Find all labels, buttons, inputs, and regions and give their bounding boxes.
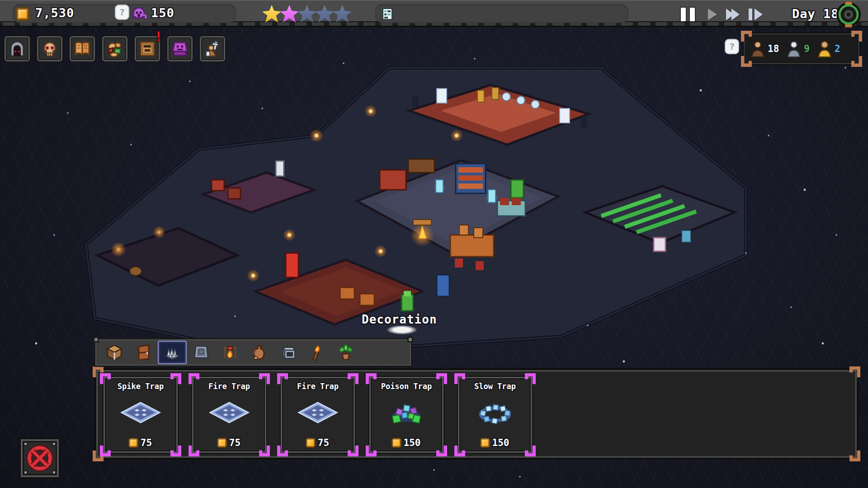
corner-bracket (851, 56, 862, 67)
corner-rivet (52, 470, 56, 474)
toolbar-button-book[interactable] (70, 36, 95, 61)
supplies-icon (106, 40, 124, 58)
poison-crystals-icon (386, 400, 427, 426)
main-toolbar: ! (5, 36, 232, 61)
gold-coin-icon (392, 439, 401, 447)
toolbar-button-notice-sign[interactable]: ! (135, 36, 160, 61)
jug-icon (250, 344, 268, 361)
toolbar-button-supplies[interactable] (102, 36, 127, 61)
card-cost: 75 (318, 437, 329, 448)
corner-rivet (93, 337, 99, 343)
tab-campfire[interactable] (216, 341, 245, 364)
gold-coin-icon (218, 439, 226, 447)
corner-bracket (851, 31, 862, 42)
gold-coin-icon (17, 9, 28, 19)
cancel-x-icon (26, 445, 53, 472)
build-card-slow-trap[interactable]: Slow Trap 150 (457, 376, 533, 454)
altar-icon (171, 40, 189, 58)
cancel-build-button[interactable] (21, 439, 59, 477)
tab-spike-trap[interactable] (158, 341, 187, 364)
crate-icon (106, 344, 123, 361)
corner-rivet (24, 442, 28, 446)
toolbar-button-skull[interactable] (37, 36, 62, 61)
star-icon (280, 5, 299, 23)
gold-coin-icon (481, 439, 489, 447)
portal-emblem-icon[interactable] (835, 1, 862, 28)
quest-tracker-bar[interactable] (375, 4, 628, 23)
book-icon (73, 40, 91, 58)
population-question-bubble[interactable]: ? (726, 40, 738, 53)
toolbar-button-hero-statue[interactable] (200, 36, 225, 61)
pressure-plate-icon (193, 344, 210, 361)
step-forward-button[interactable] (749, 9, 763, 20)
campfire-icon (222, 344, 239, 361)
population-entry-workers[interactable]: 18 (751, 40, 779, 57)
ice-crystal-ring-icon (474, 400, 516, 426)
dungeon-rating (262, 5, 350, 23)
card-cost: 150 (404, 437, 421, 448)
toolbar-button-altar[interactable] (167, 36, 193, 61)
star-icon (262, 5, 281, 23)
tab-plant[interactable] (331, 341, 360, 364)
soul-ghost-icon (131, 7, 146, 21)
fast-forward-button[interactable] (726, 9, 737, 20)
tab-forge[interactable] (274, 341, 302, 364)
tab-torch[interactable] (302, 341, 331, 364)
build-card-spike-trap[interactable]: Spike Trap 75 (103, 376, 179, 454)
torch-icon (308, 344, 326, 361)
build-card-poison-trap[interactable]: Poison Trap 150 (368, 376, 444, 454)
day-counter: Day 18 (792, 7, 839, 21)
skull-icon (41, 40, 59, 58)
card-cost: 75 (229, 437, 241, 448)
gold-coin-icon (307, 439, 315, 447)
corner-bracket (849, 450, 860, 461)
elder-count: 9 (804, 43, 810, 54)
trap-plate-icon (297, 401, 339, 425)
elder-figure-icon (787, 40, 801, 57)
corner-rivet (52, 442, 56, 446)
worker-figure-icon (751, 40, 764, 57)
worker-count: 18 (768, 43, 779, 54)
tab-jug[interactable] (245, 341, 274, 364)
star-icon (333, 5, 352, 23)
card-title: Poison Trap (368, 382, 444, 391)
quest-list-icon (382, 8, 392, 20)
gold-amount: 7,530 (35, 6, 74, 20)
tab-door[interactable] (129, 341, 158, 364)
door-icon (135, 344, 152, 361)
build-card-fire-trap-1[interactable]: Fire Trap 75 (191, 376, 267, 454)
card-title: Fire Trap (280, 382, 356, 391)
corner-rivet (24, 470, 28, 474)
corner-bracket (741, 56, 752, 67)
trap-plate-icon (208, 401, 250, 425)
card-title: Spike Trap (103, 382, 179, 391)
top-bar: 7,530 ? 150 Day 18 (0, 0, 868, 27)
card-title: Slow Trap (457, 382, 533, 391)
souls-amount: 150 (151, 6, 175, 20)
notification-badge: ! (155, 29, 162, 44)
corner-rivet (407, 337, 413, 343)
population-panel: 18 9 2 (744, 33, 859, 64)
card-cost: 150 (492, 437, 509, 448)
hero-count: 2 (835, 43, 840, 54)
play-button[interactable] (708, 9, 717, 20)
gold-coin-icon (129, 439, 137, 447)
question-bubble-icon: ? (116, 5, 128, 19)
spike-trap-icon (163, 343, 181, 361)
hero-statue-icon (203, 40, 222, 58)
build-card-fire-trap-2[interactable]: Fire Trap 75 (280, 376, 356, 454)
toolbar-button-dungeon-gate[interactable] (5, 36, 30, 61)
forge-icon (279, 344, 297, 361)
card-title: Fire Trap (191, 382, 267, 391)
population-entry-elders[interactable]: 9 (787, 40, 810, 57)
tab-crate[interactable] (100, 341, 129, 364)
dungeon-gate-icon (8, 40, 26, 58)
tab-pressure-plate[interactable] (187, 341, 216, 364)
card-cost: 75 (141, 437, 152, 448)
corner-bracket (741, 31, 752, 42)
star-icon (297, 5, 316, 23)
pause-button[interactable] (681, 8, 695, 21)
build-category-tabbar (94, 338, 412, 367)
star-icon (315, 5, 334, 23)
population-entry-heroes[interactable]: 2 (818, 40, 840, 57)
